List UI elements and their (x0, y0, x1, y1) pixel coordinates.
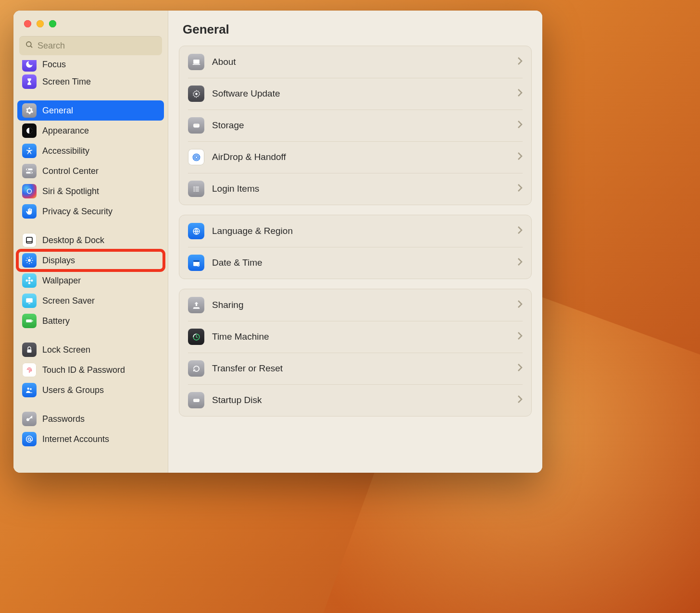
sidebar-item-label: Displays (42, 256, 159, 266)
row-airdrop-handoff[interactable]: AirDrop & Handoff (179, 141, 531, 173)
row-transfer-reset[interactable]: Transfer or Reset (179, 353, 531, 384)
row-software-update[interactable]: Software Update (179, 78, 531, 110)
sidebar-item-label: Privacy & Security (42, 207, 159, 217)
svg-line-16 (27, 258, 28, 259)
globe-icon (188, 223, 204, 239)
sidebar-item-label: Wallpaper (42, 276, 159, 286)
svg-rect-43 (195, 186, 199, 187)
sidebar-item-screen-time[interactable]: Screen Time (17, 72, 164, 92)
minimize-button[interactable] (37, 20, 44, 27)
svg-rect-26 (28, 303, 31, 304)
search-input[interactable] (38, 41, 156, 51)
hand-icon (22, 204, 37, 219)
users-icon (22, 383, 37, 397)
row-date-time[interactable]: Date & Time (179, 247, 531, 279)
sidebar-item-desktop-dock[interactable]: Desktop & Dock (17, 230, 164, 250)
row-time-machine[interactable]: Time Machine (179, 321, 531, 353)
fingerprint-icon (22, 363, 37, 377)
sidebar-list[interactable]: Focus Screen Time General Appearance (13, 60, 168, 473)
svg-point-6 (27, 169, 28, 170)
svg-rect-47 (195, 190, 199, 191)
reset-icon (188, 360, 204, 377)
row-language-region[interactable]: Language & Region (179, 215, 531, 247)
gear-icon (188, 86, 204, 102)
svg-point-46 (193, 190, 194, 191)
svg-point-22 (28, 282, 31, 284)
svg-rect-53 (193, 399, 200, 402)
svg-point-39 (195, 156, 198, 159)
svg-line-18 (27, 262, 28, 263)
gear-icon (22, 103, 37, 118)
sidebar-item-wallpaper[interactable]: Wallpaper (17, 270, 164, 291)
chevron-right-icon (517, 184, 523, 194)
sidebar-item-focus[interactable]: Focus (17, 60, 164, 72)
svg-point-32 (26, 418, 29, 421)
zoom-button[interactable] (49, 20, 56, 27)
sidebar-item-internet-accounts[interactable]: Internet Accounts (17, 429, 164, 449)
accessibility-icon (22, 144, 37, 158)
sidebar-item-screen-saver[interactable]: Screen Saver (17, 291, 164, 311)
sidebar-item-privacy-security[interactable]: Privacy & Security (17, 201, 164, 221)
sidebar-item-touch-id[interactable]: Touch ID & Password (17, 360, 164, 380)
sidebar-item-lock-screen[interactable]: Lock Screen (17, 340, 164, 360)
sidebar-item-label: Siri & Spotlight (42, 186, 159, 196)
sidebar-item-label: Focus (42, 60, 66, 70)
list-icon (188, 181, 204, 197)
chevron-right-icon (517, 395, 523, 405)
svg-rect-38 (194, 124, 199, 125)
row-startup-disk[interactable]: Startup Disk (179, 384, 531, 416)
row-sharing[interactable]: Sharing (179, 289, 531, 321)
chevron-right-icon (517, 226, 523, 236)
row-label: Date & Time (212, 257, 510, 268)
chevron-right-icon (517, 331, 523, 342)
disk-icon (188, 392, 204, 408)
svg-rect-28 (32, 320, 33, 322)
sidebar-item-label: Internet Accounts (42, 434, 159, 444)
system-settings-window: Focus Screen Time General Appearance (13, 11, 542, 473)
switches-icon (22, 164, 37, 178)
svg-rect-25 (26, 298, 33, 303)
laptop-icon (188, 54, 204, 70)
sidebar-item-passwords[interactable]: Passwords (17, 409, 164, 429)
close-button[interactable] (24, 20, 31, 27)
sidebar-item-users-groups[interactable]: Users & Groups (17, 380, 164, 400)
sidebar-item-label: General (42, 106, 159, 116)
sidebar-item-label: Appearance (42, 126, 159, 136)
search-field-container[interactable] (19, 36, 162, 55)
row-about[interactable]: About (179, 46, 531, 78)
sidebar-item-label: Lock Screen (42, 345, 159, 355)
sidebar-item-general[interactable]: General (17, 100, 164, 121)
svg-line-19 (31, 258, 32, 259)
svg-rect-37 (193, 123, 200, 127)
sidebar-item-control-center[interactable]: Control Center (17, 161, 164, 181)
sidebar-item-displays[interactable]: Displays (17, 250, 164, 270)
sidebar-item-label: Battery (42, 316, 159, 326)
row-storage[interactable]: Storage (179, 110, 531, 141)
sidebar-item-label: Screen Saver (42, 296, 159, 306)
row-label: Startup Disk (212, 395, 510, 405)
row-label: Time Machine (212, 331, 510, 342)
window-controls (13, 11, 168, 36)
chevron-right-icon (517, 300, 523, 310)
svg-line-17 (31, 262, 32, 263)
row-login-items[interactable]: Login Items (179, 173, 531, 205)
sidebar-item-label: Screen Time (42, 77, 159, 87)
svg-rect-54 (194, 399, 199, 400)
sidebar-item-accessibility[interactable]: Accessibility (17, 141, 164, 161)
row-label: Transfer or Reset (212, 363, 510, 374)
key-icon (22, 412, 37, 426)
sidebar-item-label: Passwords (42, 414, 159, 424)
sidebar-item-appearance[interactable]: Appearance (17, 121, 164, 141)
row-label: Login Items (212, 184, 510, 194)
main-body[interactable]: About Software Update Storage (168, 46, 542, 473)
sharing-icon (188, 297, 204, 313)
sidebar-item-siri-spotlight[interactable]: Siri & Spotlight (17, 181, 164, 201)
sidebar: Focus Screen Time General Appearance (13, 11, 168, 473)
chevron-right-icon (517, 257, 523, 268)
battery-icon (22, 314, 37, 328)
svg-point-23 (26, 280, 28, 282)
airdrop-icon (188, 149, 204, 165)
hourglass-icon (22, 74, 37, 89)
sidebar-item-battery[interactable]: Battery (17, 311, 164, 331)
sidebar-item-label: Users & Groups (42, 385, 159, 395)
